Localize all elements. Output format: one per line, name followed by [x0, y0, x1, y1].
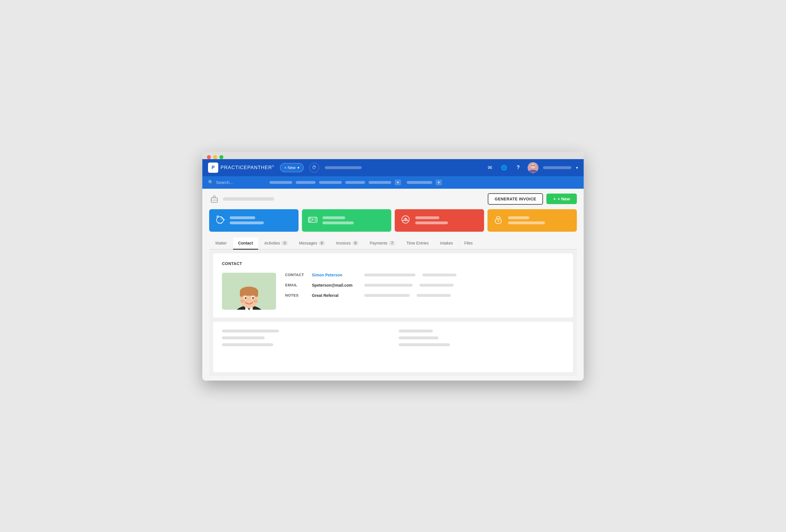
sk-2 [222, 337, 265, 339]
stat-card-balance[interactable]: $ [209, 209, 299, 232]
stat-text-billed [322, 216, 354, 224]
globe-icon: 🌐 [501, 164, 507, 171]
contact-card: CONTACT [213, 253, 573, 318]
sk-1 [222, 330, 279, 332]
logo-bold: PRACTICE [221, 165, 247, 170]
tab-time-entries-label: Time Entries [407, 241, 429, 245]
tab-messages[interactable]: Messages 6 [294, 237, 330, 250]
contact-extra-2 [422, 274, 457, 276]
tab-contact-label: Contact [238, 241, 253, 245]
fullscreen-dot[interactable] [219, 155, 224, 159]
stat-card-trust[interactable]: $ [487, 209, 577, 232]
user-chevron-icon[interactable]: ▾ [576, 165, 578, 170]
minimize-dot[interactable] [213, 155, 217, 159]
nav-pill-1[interactable] [270, 181, 292, 184]
nav-right: ✉ 🌐 ? ▾ [485, 162, 578, 173]
nav-pill-2[interactable] [296, 181, 316, 184]
tab-payments[interactable]: Payments 7 [365, 237, 400, 250]
tab-invoices[interactable]: Invoices 9 [331, 237, 363, 250]
stat-line-3 [322, 216, 345, 219]
new-action-button[interactable]: + + New [547, 193, 577, 204]
new-button[interactable]: + New ▾ [280, 163, 304, 172]
stats-row: $ $ [209, 209, 577, 232]
email-value: Speterson@mail.com [312, 283, 357, 287]
new-button-label: + New [284, 165, 296, 170]
stat-line-6 [415, 222, 448, 224]
tab-messages-badge: 6 [319, 241, 325, 245]
contact-value[interactable]: Simon Peterson [312, 273, 357, 277]
briefcase-icon [209, 194, 219, 204]
svg-point-3 [533, 165, 535, 166]
tab-payments-badge: 7 [389, 241, 395, 245]
notes-extra-2 [417, 294, 451, 297]
notes-label: NOTES [285, 293, 305, 297]
globe-icon-button[interactable]: 🌐 [499, 163, 509, 172]
browser-chrome [202, 152, 584, 159]
svg-point-2 [531, 165, 533, 166]
nav-pill-6[interactable] [407, 181, 432, 184]
stat-card-outstanding[interactable]: $ [395, 209, 484, 232]
stat-text-balance [230, 216, 264, 224]
timer-icon-button[interactable]: ⏱ [309, 163, 319, 172]
contact-field-email: EMAIL Speterson@mail.com [285, 283, 564, 287]
email-extra-1 [364, 284, 413, 287]
generate-invoice-button[interactable]: GENERATE INVOICE [488, 193, 543, 205]
search-icon: 🔍 [208, 180, 214, 185]
stat-line-7 [508, 216, 529, 219]
contact-card-body: CONTACT Simon Peterson EMAIL Speterson@m… [222, 273, 564, 310]
nav-pill-4[interactable] [345, 181, 365, 184]
nav-skeleton-bar [325, 166, 362, 169]
search-nav-items: ▾ ▾ [270, 180, 578, 185]
toolbar-row: GENERATE INVOICE + + New [209, 193, 577, 205]
tab-matter[interactable]: Matter [210, 237, 232, 250]
close-dot[interactable] [207, 155, 211, 159]
mail-icon-button[interactable]: ✉ [485, 163, 494, 172]
tab-payments-label: Payments [370, 241, 387, 245]
tab-activities-badge: 3 [282, 241, 288, 245]
tab-intakes-label: Intakes [440, 241, 453, 245]
svg-rect-28 [255, 290, 258, 297]
nav-dropdown-icon-2: ▾ [438, 181, 440, 184]
nav-dropdown-button-2[interactable]: ▾ [436, 180, 442, 185]
avatar[interactable] [528, 162, 538, 173]
svg-rect-27 [240, 290, 243, 297]
contact-card-title: CONTACT [222, 261, 564, 266]
svg-point-1 [530, 163, 535, 168]
search-input-wrap[interactable]: 🔍 Search... [208, 180, 265, 185]
top-nav: P PRACTICEPANTHER® + New ▾ ⏱ ✉ 🌐 ? [202, 159, 584, 176]
tab-matter-label: Matter [215, 241, 227, 245]
avatar-svg [528, 162, 538, 173]
question-icon: ? [517, 164, 520, 170]
tab-time-entries[interactable]: Time Entries [401, 237, 434, 250]
contact-person-svg [222, 273, 276, 310]
username-skeleton [543, 166, 572, 169]
sk-6 [399, 343, 450, 346]
handshake-icon: $ [400, 214, 411, 227]
tab-activities[interactable]: Activities 3 [259, 237, 293, 250]
piggy-bank-icon: $ [215, 214, 225, 227]
main-content: GENERATE INVOICE + + New [202, 189, 584, 380]
svg-text:$: $ [312, 218, 314, 221]
nav-pill-3[interactable] [319, 181, 342, 184]
tab-messages-label: Messages [299, 241, 317, 245]
tab-contact[interactable]: Contact [233, 237, 258, 250]
logo-text: PRACTICEPANTHER® [221, 165, 274, 170]
plus-icon: + [553, 196, 556, 201]
skeleton-card [213, 321, 573, 373]
money-bill-icon: $ [308, 214, 318, 227]
nav-pill-5[interactable] [369, 181, 391, 184]
svg-point-7 [221, 218, 222, 219]
nav-dropdown-button[interactable]: ▾ [395, 180, 401, 185]
help-icon-button[interactable]: ? [513, 163, 523, 172]
stat-line-4 [322, 222, 354, 224]
tab-intakes[interactable]: Intakes [435, 237, 458, 250]
svg-text:$: $ [404, 217, 407, 221]
stat-card-billed[interactable]: $ [302, 209, 391, 232]
tab-files[interactable]: Files [459, 237, 478, 250]
logo-light: PANTHER [247, 165, 272, 170]
notes-value: Great Referral [312, 293, 357, 298]
tab-files-label: Files [464, 241, 473, 245]
contact-label: CONTACT [285, 273, 305, 277]
svg-point-33 [240, 300, 245, 303]
content-area: CONTACT [209, 250, 577, 376]
